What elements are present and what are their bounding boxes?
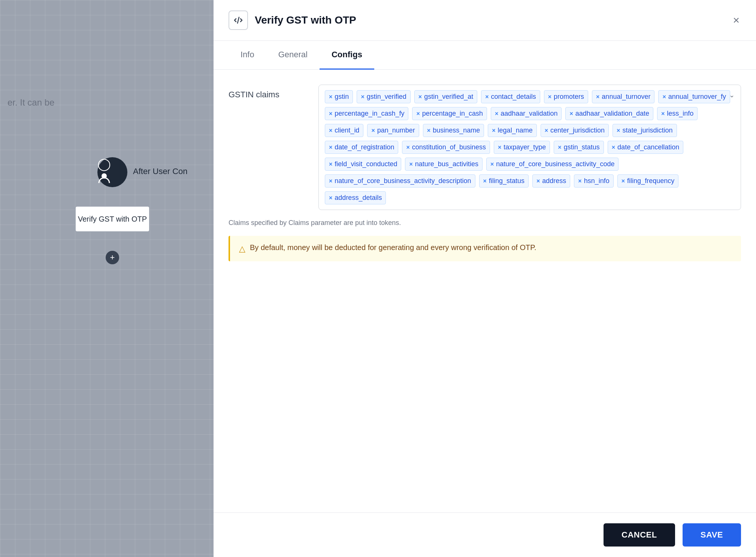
tag-nature-bus-activities: × nature_bus_activities: [405, 158, 482, 171]
tag-remove-business-name[interactable]: ×: [427, 128, 430, 134]
tag-filing-status: × filing_status: [479, 174, 529, 188]
after-user-label: After User Con: [133, 167, 188, 176]
tag-gstin: × gstin: [325, 90, 353, 103]
tag-gstin-verified-at: × gstin_verified_at: [414, 90, 477, 103]
tag-label: nature_bus_activities: [415, 160, 478, 168]
tag-remove-gstin-verified-at[interactable]: ×: [418, 94, 422, 100]
tag-aadhaar-validation: × aadhaar_validation: [491, 107, 562, 120]
process-node[interactable]: Verify GST with OTP: [75, 206, 150, 232]
tag-business-name: × business_name: [423, 124, 484, 137]
tag-remove-contact-details[interactable]: ×: [485, 94, 489, 100]
tag-remove-center-jurisdiction[interactable]: ×: [545, 128, 548, 134]
grid-overlay: [0, 0, 214, 557]
dropdown-arrow-icon: ⌄: [729, 91, 735, 99]
tag-promoters: × promoters: [544, 90, 588, 103]
tag-remove-date-of-registration[interactable]: ×: [329, 144, 332, 150]
tab-general[interactable]: General: [266, 41, 320, 70]
tag-date-of-cancellation: × date_of_cancellation: [608, 141, 683, 154]
tag-remove-gstin-status[interactable]: ×: [558, 144, 561, 150]
tag-label: contact_details: [491, 93, 536, 101]
tag-label: constitution_of_business: [412, 143, 486, 151]
tag-remove-hsn-info[interactable]: ×: [578, 178, 581, 184]
tag-address-details: × address_details: [325, 191, 386, 204]
tag-remove-filing-status[interactable]: ×: [483, 178, 487, 184]
tag-annual-turnover: × annual_turnover: [592, 90, 654, 103]
tags-container[interactable]: ⌄ × gstin × gstin_verified × gstin_verif…: [318, 85, 741, 210]
tag-label: percentage_in_cash_fy: [335, 110, 404, 118]
tag-label: pan_number: [377, 127, 415, 134]
tag-label: aadhaar_validation_date: [575, 110, 649, 118]
tag-label: gstin_verified_at: [424, 93, 473, 101]
tag-remove-less-info[interactable]: ×: [661, 111, 665, 117]
tag-remove-percentage-in-cash[interactable]: ×: [416, 111, 420, 117]
tag-remove-aadhaar-validation[interactable]: ×: [495, 111, 498, 117]
tag-remove-nature-core-desc[interactable]: ×: [329, 178, 332, 184]
tag-nature-of-core-business-activity-description: × nature_of_core_business_activity_descr…: [325, 174, 475, 188]
warning-box: △ By default, money will be deducted for…: [229, 236, 741, 261]
tag-client-id: × client_id: [325, 124, 363, 137]
tag-nature-of-core-business-activity-code: × nature_of_core_business_activity_code: [486, 158, 619, 171]
header-left: Verify GST with OTP: [229, 10, 356, 30]
tag-remove-aadhaar-validation-date[interactable]: ×: [569, 111, 573, 117]
tag-percentage-in-cash: × percentage_in_cash: [412, 107, 487, 120]
tag-remove-state-jurisdiction[interactable]: ×: [617, 128, 620, 134]
tag-remove-address-details[interactable]: ×: [329, 195, 332, 201]
tag-remove-filing-frequency[interactable]: ×: [622, 178, 625, 184]
connector-line-1: [112, 187, 113, 206]
tag-taxpayer-type: × taxpayer_type: [494, 141, 550, 154]
warning-icon: △: [239, 244, 245, 254]
warning-text: By default, money will be deducted for g…: [250, 243, 536, 252]
tag-remove-client-id[interactable]: ×: [329, 128, 332, 134]
tag-remove-pan-number[interactable]: ×: [371, 128, 375, 134]
helper-text: Claims specified by Claims parameter are…: [229, 219, 741, 227]
tag-pan-number: × pan_number: [367, 124, 419, 137]
tag-remove-legal-name[interactable]: ×: [492, 128, 495, 134]
tag-remove-annual-turnover[interactable]: ×: [596, 94, 599, 100]
tag-label: client_id: [335, 127, 359, 134]
tag-remove-taxpayer-type[interactable]: ×: [498, 144, 501, 150]
tag-legal-name: × legal_name: [488, 124, 536, 137]
tag-remove-gstin[interactable]: ×: [329, 94, 332, 100]
cancel-button[interactable]: CANCEL: [604, 523, 675, 547]
tag-remove-date-of-cancellation[interactable]: ×: [612, 144, 615, 150]
tag-label: legal_name: [498, 127, 533, 134]
tag-label: date_of_registration: [335, 143, 394, 151]
connector-line-2: [112, 232, 113, 251]
tag-label: taxpayer_type: [504, 143, 546, 151]
background-canvas: er. It can be ◯ After User Con Verify GS…: [0, 0, 214, 557]
tag-label: hsn_info: [584, 177, 610, 185]
tag-label: gstin_status: [564, 143, 600, 151]
user-node: ◯: [97, 157, 127, 187]
tag-remove-constitution-of-business[interactable]: ×: [406, 144, 409, 150]
tag-gstin-status: × gstin_status: [554, 141, 604, 154]
tag-remove-address[interactable]: ×: [536, 178, 540, 184]
add-node-button[interactable]: +: [106, 251, 119, 264]
tab-info[interactable]: Info: [229, 41, 266, 70]
tag-filing-frequency: × filing_frequency: [617, 174, 678, 188]
panel-header: Verify GST with OTP ×: [214, 0, 756, 41]
tag-label: address: [542, 177, 566, 185]
panel-footer: CANCEL SAVE: [214, 512, 756, 557]
tag-remove-nature-bus-activities[interactable]: ×: [409, 161, 412, 167]
save-button[interactable]: SAVE: [683, 523, 741, 547]
tag-label: annual_turnover: [602, 93, 650, 101]
flow-diagram: ◯ After User Con Verify GST with OTP +: [75, 157, 150, 264]
tag-label: aadhaar_validation: [501, 110, 557, 118]
user-icon: ◯: [97, 157, 127, 188]
tag-aadhaar-validation-date: × aadhaar_validation_date: [565, 107, 653, 120]
tag-remove-gstin-verified[interactable]: ×: [361, 94, 364, 100]
panel-icon: [229, 10, 248, 30]
tag-address: × address: [532, 174, 570, 188]
tag-remove-nature-core-code[interactable]: ×: [490, 161, 494, 167]
close-button[interactable]: ×: [731, 13, 741, 27]
tag-remove-promoters[interactable]: ×: [548, 94, 551, 100]
tag-remove-percentage-in-cash-fy[interactable]: ×: [329, 111, 332, 117]
tag-label: filing_status: [489, 177, 524, 185]
panel-title: Verify GST with OTP: [255, 14, 356, 26]
tab-configs[interactable]: Configs: [320, 41, 374, 70]
tag-center-jurisdiction: × center_jurisdiction: [541, 124, 609, 137]
tag-remove-annual-turnover-fy[interactable]: ×: [662, 94, 666, 100]
tag-label: business_name: [433, 127, 480, 134]
tag-gstin-verified: × gstin_verified: [357, 90, 410, 103]
tag-remove-field-visit-conducted[interactable]: ×: [329, 161, 332, 167]
